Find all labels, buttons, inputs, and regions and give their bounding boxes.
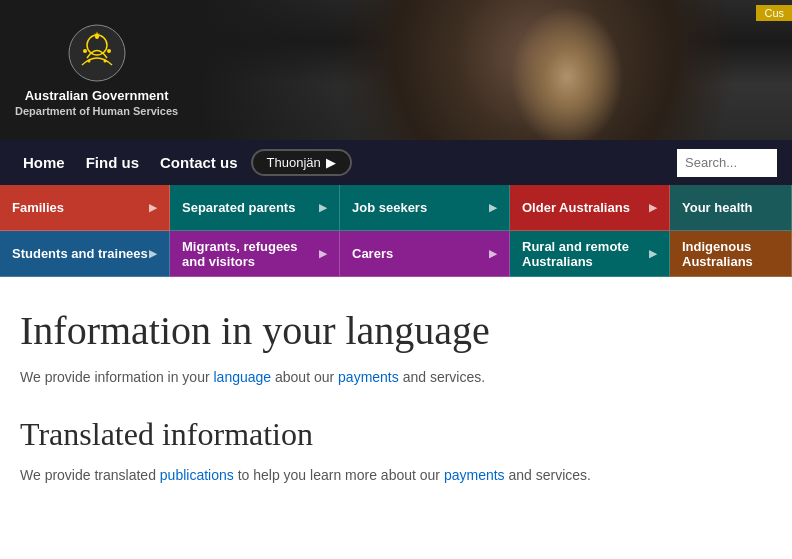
menu-rural-australians-label: Rural and remote Australians [522, 239, 649, 269]
menu-older-australians-arrow: ▶ [649, 202, 657, 213]
menu-families[interactable]: Families ▶ [0, 185, 170, 231]
main-nav-menu: Families ▶ Separated parents ▶ Job seeke… [0, 185, 792, 277]
language-label: Thuonjän [267, 155, 321, 170]
page-title: Information in your language [20, 307, 772, 355]
menu-job-seekers-arrow: ▶ [489, 202, 497, 213]
menu-indigenous-australians-label: Indigenous Australians [682, 239, 779, 269]
menu-older-australians[interactable]: Older Australians ▶ [510, 185, 670, 231]
menu-older-australians-label: Older Australians [522, 200, 630, 215]
svg-point-6 [103, 60, 106, 63]
menu-rural-australians[interactable]: Rural and remote Australians ▶ [510, 231, 670, 277]
menu-separated-parents-label: Separated parents [182, 200, 295, 215]
nav-home[interactable]: Home [15, 144, 73, 181]
menu-migrants[interactable]: Migrants, refugees and visitors ▶ [170, 231, 340, 277]
customer-badge: Cus [756, 5, 792, 21]
department-name: Department of Human Services [15, 105, 178, 117]
menu-indigenous-australians[interactable]: Indigenous Australians [670, 231, 792, 277]
menu-job-seekers[interactable]: Job seekers ▶ [340, 185, 510, 231]
menu-families-arrow: ▶ [149, 202, 157, 213]
chevron-right-icon: ▶ [326, 155, 336, 170]
menu-migrants-arrow: ▶ [319, 248, 327, 259]
nav-bar: Home Find us Contact us Thuonjän ▶ [0, 140, 792, 185]
payments-link[interactable]: payments [338, 369, 399, 385]
site-header: Australian Government Department of Huma… [0, 0, 792, 140]
language-link[interactable]: language [214, 369, 272, 385]
svg-point-3 [83, 49, 87, 53]
menu-students-trainees-label: Students and trainees [12, 246, 148, 261]
logo-area: Australian Government Department of Huma… [15, 23, 178, 117]
menu-carers[interactable]: Carers ▶ [340, 231, 510, 277]
menu-families-label: Families [12, 200, 64, 215]
nav-find-us[interactable]: Find us [78, 144, 147, 181]
section-translated-subtitle: We provide translated publications to he… [20, 465, 772, 486]
section-translated-title: Translated information [20, 416, 772, 453]
government-name: Australian Government [25, 88, 169, 105]
menu-separated-parents[interactable]: Separated parents ▶ [170, 185, 340, 231]
menu-your-health[interactable]: Your health [670, 185, 792, 231]
nav-contact-us[interactable]: Contact us [152, 144, 246, 181]
menu-your-health-label: Your health [682, 200, 753, 215]
svg-point-4 [107, 49, 111, 53]
menu-students-trainees-arrow: ▶ [149, 248, 157, 259]
menu-rural-australians-arrow: ▶ [649, 248, 657, 259]
search-input[interactable] [677, 149, 777, 177]
language-button[interactable]: Thuonjän ▶ [251, 149, 352, 176]
menu-carers-label: Carers [352, 246, 393, 261]
main-content: Information in your language We provide … [0, 277, 792, 506]
svg-point-5 [87, 60, 90, 63]
svg-point-7 [95, 35, 99, 39]
government-crest-icon [67, 23, 127, 83]
payments-link2[interactable]: payments [444, 467, 505, 483]
page-subtitle: We provide information in your language … [20, 367, 772, 388]
menu-carers-arrow: ▶ [489, 248, 497, 259]
publications-link[interactable]: publications [160, 467, 234, 483]
menu-migrants-label: Migrants, refugees and visitors [182, 239, 319, 269]
menu-job-seekers-label: Job seekers [352, 200, 427, 215]
menu-students-trainees[interactable]: Students and trainees ▶ [0, 231, 170, 277]
menu-separated-parents-arrow: ▶ [319, 202, 327, 213]
